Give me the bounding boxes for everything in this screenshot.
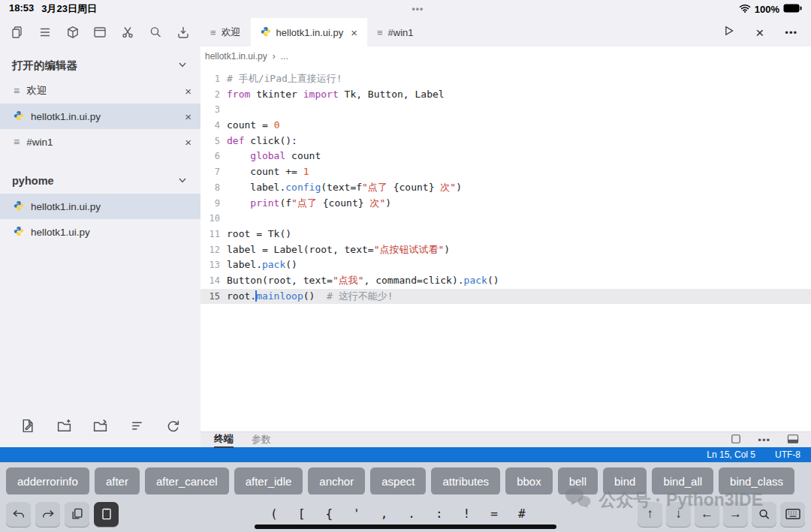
python-icon	[14, 226, 24, 239]
open-editor-welcome[interactable]: ≡ 欢迎 ×	[0, 78, 200, 104]
copy-icon[interactable]	[65, 502, 89, 527]
code-line[interactable]: 11root = Tk()	[200, 227, 811, 242]
suggestion-adderrorinfo[interactable]: adderrorinfo	[6, 467, 89, 494]
close-icon[interactable]: ×	[185, 85, 191, 98]
new-file-icon[interactable]	[20, 418, 35, 437]
package-icon[interactable]	[63, 23, 83, 42]
close-icon[interactable]: ×	[185, 110, 191, 123]
code-line[interactable]: 5def click():	[200, 134, 811, 149]
panel-layout-icon[interactable]	[787, 434, 799, 446]
suggestion-bbox[interactable]: bbox	[505, 467, 553, 494]
suggestion-aspect[interactable]: aspect	[370, 467, 426, 494]
tab-label: 欢迎	[222, 26, 241, 39]
arrow-right-key[interactable]: →	[723, 502, 748, 527]
status-bar: 18:53 3月23日周日 ••• 100%	[0, 0, 811, 18]
code-line[interactable]: 3	[200, 102, 811, 118]
symbol-key[interactable]: (	[270, 506, 278, 521]
scissors-icon[interactable]	[118, 23, 137, 42]
sidebar-bottom-toolbar	[0, 418, 200, 437]
suggestion-bell[interactable]: bell	[558, 467, 598, 494]
arrow-down-key[interactable]: ↓	[666, 502, 691, 527]
code-line[interactable]: 2from tkinter import Tk, Button, Label	[200, 87, 811, 103]
code-line[interactable]: 9 print(f"点了 {count} 次")	[200, 196, 811, 212]
suggestion-attributes[interactable]: attributes	[431, 467, 500, 494]
files-icon[interactable]	[8, 23, 27, 42]
code-line[interactable]: 12label = Label(root, text="点按钮试试看")	[200, 242, 811, 258]
panel-tab-terminal[interactable]: 终端	[214, 432, 234, 448]
suggestion-anchor[interactable]: anchor	[308, 467, 365, 494]
code-line[interactable]: 1# 手机/iPad上直接运行!	[200, 71, 811, 87]
symbol-key[interactable]: =	[490, 506, 498, 521]
open-folder-icon[interactable]	[92, 418, 108, 437]
chevron-down-icon[interactable]	[178, 59, 187, 71]
symbol-key[interactable]: '	[353, 506, 360, 521]
code-line[interactable]: 6 global count	[200, 149, 811, 164]
symbol-key[interactable]: [	[298, 506, 306, 521]
paste-icon[interactable]	[94, 502, 119, 527]
breadcrumb-more[interactable]: ...	[281, 51, 288, 62]
symbol-key[interactable]: {	[325, 506, 333, 521]
file-hellotk1-ui[interactable]: hellotk1.ui.py	[0, 219, 200, 245]
close-icon[interactable]: ×	[755, 26, 764, 40]
suggestion-bind_class[interactable]: bind_class	[719, 467, 794, 494]
code-line[interactable]: 15root.mainloop() # 这行不能少!	[200, 289, 811, 305]
symbol-key[interactable]: .	[408, 506, 415, 521]
code-line[interactable]: 7 count += 1	[200, 164, 811, 180]
code-line[interactable]: 10	[200, 211, 811, 227]
search-key-icon[interactable]	[752, 502, 776, 527]
header-controls: × •••	[722, 18, 811, 47]
collapse-icon[interactable]	[129, 418, 145, 437]
checkbox-icon[interactable]	[731, 434, 741, 446]
new-folder-icon[interactable]	[56, 418, 72, 437]
arrow-up-key[interactable]: ↑	[638, 502, 662, 527]
open-editor-win1[interactable]: ≡ #win1 ×	[0, 129, 200, 155]
code-line[interactable]: 14Button(root, text="点我", command=click)…	[200, 273, 811, 289]
refresh-icon[interactable]	[165, 418, 181, 437]
encoding[interactable]: UTF-8	[775, 449, 800, 460]
symbol-key[interactable]: ,	[381, 506, 388, 521]
symbol-key[interactable]: :	[436, 506, 443, 521]
search-icon[interactable]	[146, 23, 165, 42]
tab-win1[interactable]: ≡ #win1	[367, 18, 424, 47]
more-icon[interactable]: •••	[785, 27, 797, 38]
arrow-left-key[interactable]: ←	[695, 502, 719, 527]
code-editor[interactable]: 1# 手机/iPad上直接运行!2from tkinter import Tk,…	[200, 66, 811, 431]
suggestion-after_cancel[interactable]: after_cancel	[145, 467, 229, 494]
symbol-key[interactable]: #	[518, 506, 526, 521]
symbol-key[interactable]: !	[463, 506, 471, 521]
outline-icon[interactable]	[35, 23, 55, 42]
breadcrumb-file[interactable]: hellotk1.in.ui.py	[205, 51, 267, 62]
cursor-position[interactable]: Ln 15, Col 5	[707, 449, 755, 460]
code-line[interactable]: 8 label.config(text=f"点了 {count} 次")	[200, 180, 811, 196]
code-text: global count	[227, 149, 321, 164]
open-editor-hellotk1-in-ui[interactable]: hellotk1.in.ui.py ×	[0, 104, 200, 129]
share-icon[interactable]	[173, 23, 193, 42]
folder-header-pyhome[interactable]: pyhome	[0, 168, 200, 194]
suggestion-after_idle[interactable]: after_idle	[234, 467, 303, 494]
suggestion-bind[interactable]: bind	[603, 467, 647, 494]
multitask-dots-icon[interactable]: •••	[412, 4, 424, 14]
home-indicator[interactable]	[255, 524, 556, 529]
undo-icon[interactable]	[6, 502, 31, 527]
suggestion-after[interactable]: after	[95, 467, 140, 494]
window-icon[interactable]	[90, 23, 110, 42]
close-tab-icon[interactable]: ×	[351, 26, 357, 39]
file-hellotk1-in-ui[interactable]: hellotk1.in.ui.py	[0, 194, 200, 219]
chevron-down-icon[interactable]	[178, 175, 187, 187]
redo-icon[interactable]	[35, 502, 60, 527]
keyboard-icon[interactable]	[780, 502, 805, 527]
breadcrumb[interactable]: hellotk1.in.ui.py › ...	[200, 47, 811, 66]
run-button[interactable]	[722, 25, 734, 40]
code-text: root.mainloop() # 这行不能少!	[227, 289, 393, 305]
line-number: 13	[200, 257, 220, 273]
close-icon[interactable]: ×	[185, 136, 191, 149]
code-line[interactable]: 13label.pack()	[200, 257, 811, 273]
open-editors-header[interactable]: 打开的编辑器	[0, 53, 200, 78]
code-line[interactable]: 4count = 0	[200, 118, 811, 134]
tab-welcome[interactable]: ≡ 欢迎	[200, 18, 251, 47]
tab-hellotk1-in-ui[interactable]: hellotk1.in.ui.py ×	[251, 18, 367, 47]
more-icon[interactable]: •••	[758, 434, 770, 446]
panel-tab-params[interactable]: 参数	[252, 433, 271, 447]
open-editors-title: 打开的编辑器	[12, 59, 77, 73]
suggestion-bind_all[interactable]: bind_all	[652, 467, 713, 494]
